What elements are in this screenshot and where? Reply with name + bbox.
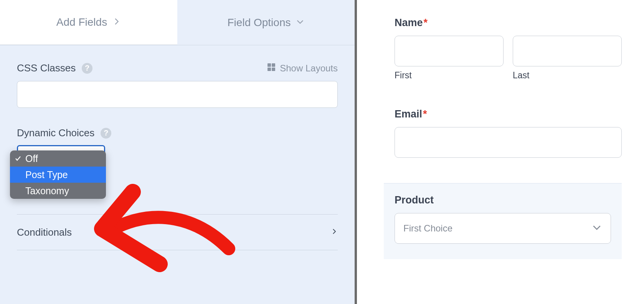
option-label: Post Type	[25, 169, 68, 180]
css-classes-header: CSS Classes ? Show Layouts	[17, 62, 338, 74]
dynamic-choices-label-wrap: Dynamic Choices ?	[17, 127, 338, 139]
tab-label: Field Options	[228, 17, 291, 29]
chevron-right-icon	[112, 16, 121, 28]
panel-tabs: Add Fields Field Options	[0, 0, 355, 45]
label-text: Email	[395, 108, 422, 120]
help-icon[interactable]: ?	[101, 128, 111, 139]
product-label: Product	[395, 194, 611, 206]
email-field: Email*	[395, 108, 622, 158]
check-icon	[15, 153, 21, 164]
field-options-panel: Add Fields Field Options CSS Classes ? S…	[0, 0, 357, 304]
css-classes-input[interactable]	[17, 81, 338, 108]
dropdown-list: Off Post Type Taxonomy	[10, 150, 106, 199]
tab-label: Add Fields	[56, 16, 107, 28]
form-preview-panel: Name* First Last Email* Product	[357, 0, 644, 304]
product-field: Product	[384, 183, 622, 259]
option-label: Taxonomy	[25, 185, 69, 197]
svg-rect-0	[268, 63, 271, 67]
name-label: Name*	[395, 17, 622, 29]
css-classes-label-wrap: CSS Classes ?	[17, 62, 92, 74]
conditionals-row[interactable]: Conditionals	[17, 215, 338, 250]
required-asterisk: *	[424, 17, 428, 28]
dropdown-option-off[interactable]: Off	[10, 150, 106, 167]
required-asterisk: *	[423, 108, 427, 120]
email-label: Email*	[395, 108, 622, 120]
show-layouts-label: Show Layouts	[280, 63, 338, 74]
dropdown-option-taxonomy[interactable]: Taxonomy	[10, 183, 106, 199]
dynamic-choices-label: Dynamic Choices	[17, 127, 94, 139]
show-layouts-button[interactable]: Show Layouts	[267, 63, 338, 74]
product-select-value[interactable]	[395, 213, 611, 244]
svg-rect-2	[268, 68, 271, 71]
chevron-down-icon	[592, 223, 602, 234]
first-name-input[interactable]	[395, 36, 504, 66]
email-input[interactable]	[395, 127, 622, 158]
chevron-right-icon	[331, 226, 338, 238]
name-field: Name* First Last	[395, 17, 622, 81]
chevron-down-icon	[296, 17, 304, 29]
svg-rect-1	[272, 63, 275, 67]
panel-body: CSS Classes ? Show Layouts Dynamic Choic…	[0, 45, 355, 250]
option-label: Off	[25, 153, 38, 164]
label-text: Name	[395, 17, 423, 28]
last-sublabel: Last	[513, 70, 622, 81]
dynamic-choices-section: Dynamic Choices ? Off Post Type	[17, 127, 338, 139]
help-icon[interactable]: ?	[82, 63, 92, 74]
tab-field-options[interactable]: Field Options	[177, 0, 355, 45]
css-classes-label: CSS Classes	[17, 62, 76, 74]
product-select[interactable]	[395, 213, 611, 244]
svg-rect-3	[272, 68, 275, 71]
conditionals-label: Conditionals	[17, 226, 72, 238]
first-name-col: First	[395, 36, 504, 81]
dropdown-option-post-type[interactable]: Post Type	[10, 167, 106, 183]
first-sublabel: First	[395, 70, 504, 81]
tab-add-fields[interactable]: Add Fields	[0, 0, 177, 45]
last-name-input[interactable]	[513, 36, 622, 66]
grid-icon	[267, 63, 276, 74]
last-name-col: Last	[513, 36, 622, 81]
